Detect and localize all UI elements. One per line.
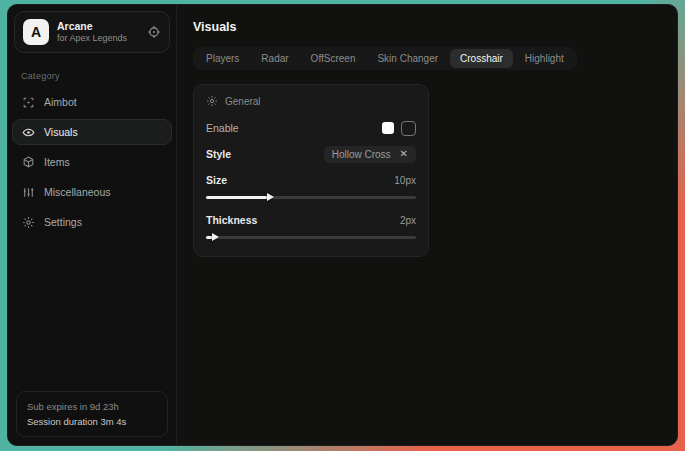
sidebar-item-label: Visuals (44, 126, 78, 138)
sidebar-item-items[interactable]: Items (12, 149, 172, 175)
tab-players[interactable]: Players (196, 49, 249, 68)
thickness-slider-thumb[interactable] (212, 233, 219, 241)
tab-highlight[interactable]: Highlight (515, 49, 574, 68)
sidebar-item-label: Aimbot (44, 96, 77, 108)
app-window: A Arcane for Apex Legends Category (7, 4, 678, 446)
general-card-title: General (225, 96, 261, 107)
sidebar-item-settings[interactable]: Settings (12, 209, 172, 235)
tab-skin-changer[interactable]: Skin Changer (367, 49, 448, 68)
sidebar-item-visuals[interactable]: Visuals (12, 119, 172, 145)
size-label: Size (206, 174, 227, 186)
tab-offscreen[interactable]: OffScreen (301, 49, 366, 68)
color-swatch[interactable] (382, 122, 394, 134)
sidebar-item-label: Miscellaneous (44, 186, 111, 198)
thickness-value: 2px (400, 215, 416, 226)
size-slider-thumb[interactable] (267, 193, 274, 201)
app-meta: Arcane for Apex Legends (57, 20, 139, 44)
thickness-row: Thickness 2px (206, 210, 416, 230)
visuals-tabbar: Players Radar OffScreen Skin Changer Cro… (193, 47, 577, 70)
general-settings-card: General Enable Style Hollow Cross ✕ Size… (193, 84, 429, 257)
page-title: Visuals (193, 20, 661, 34)
misc-icon (22, 186, 35, 199)
sidebar-nav: Aimbot Visuals Items (8, 89, 176, 235)
style-label: Style (206, 148, 231, 160)
category-label: Category (21, 71, 176, 81)
sidebar-item-label: Items (44, 156, 70, 168)
enable-label: Enable (206, 122, 239, 134)
style-value: Hollow Cross (332, 149, 391, 160)
enable-checkbox[interactable] (401, 121, 416, 136)
tab-radar[interactable]: Radar (251, 49, 298, 68)
aimbot-icon (22, 96, 35, 109)
thickness-label: Thickness (206, 214, 257, 226)
session-duration-text: Session duration 3m 4s (27, 414, 157, 429)
main-content: Visuals Players Radar OffScreen Skin Cha… (177, 5, 677, 445)
sub-expires-text: Sub expires in 9d 23h (27, 399, 157, 414)
style-row: Style Hollow Cross ✕ (206, 144, 416, 164)
size-value: 10px (394, 175, 416, 186)
general-card-header: General (206, 95, 416, 107)
sidebar: A Arcane for Apex Legends Category (8, 5, 177, 445)
thickness-slider[interactable] (206, 232, 416, 242)
visuals-icon (22, 126, 35, 139)
app-header-card: A Arcane for Apex Legends (14, 11, 170, 53)
tab-crosshair[interactable]: Crosshair (450, 49, 513, 68)
target-icon[interactable] (147, 25, 161, 39)
subscription-card: Sub expires in 9d 23h Session duration 3… (16, 391, 168, 437)
settings-icon (22, 216, 35, 229)
style-select[interactable]: Hollow Cross ✕ (324, 146, 416, 163)
app-logo: A (23, 19, 49, 45)
sidebar-item-miscellaneous[interactable]: Miscellaneous (12, 179, 172, 205)
size-row: Size 10px (206, 170, 416, 190)
gear-icon (206, 95, 218, 107)
app-subtitle: for Apex Legends (57, 33, 139, 44)
close-icon[interactable]: ✕ (400, 149, 408, 159)
size-slider[interactable] (206, 192, 416, 202)
items-icon (22, 156, 35, 169)
thickness-slider-track (206, 236, 416, 239)
size-slider-fill (206, 196, 269, 199)
app-name: Arcane (57, 20, 139, 33)
sidebar-item-label: Settings (44, 216, 82, 228)
sidebar-item-aimbot[interactable]: Aimbot (12, 89, 172, 115)
enable-row: Enable (206, 118, 416, 138)
